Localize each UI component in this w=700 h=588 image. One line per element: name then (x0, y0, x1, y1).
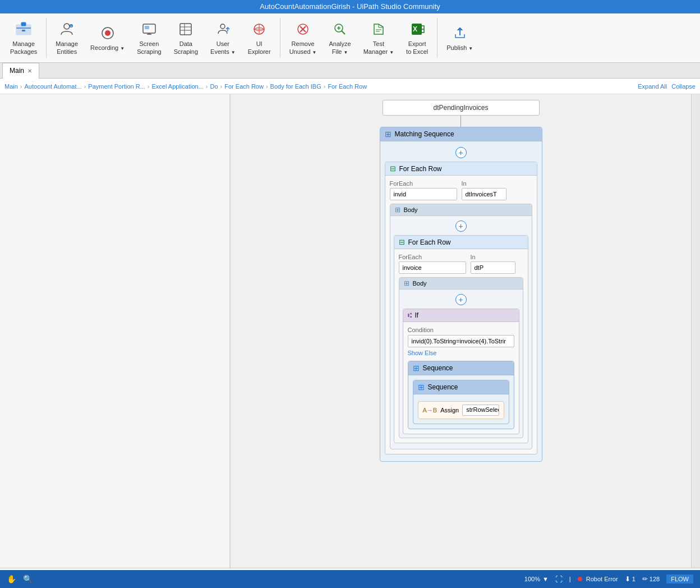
data-scraping-icon (177, 20, 195, 38)
publish-button[interactable]: Publish ▼ (441, 16, 478, 60)
body-2-content: + ⑆ If (399, 290, 523, 438)
test-manager-button[interactable]: TestManager ▼ (358, 16, 399, 60)
ui-explorer-icon (250, 20, 268, 38)
title-bar: AutoCountAutomationGirish - UiPath Studi… (0, 0, 700, 13)
bc-main[interactable]: Main (4, 83, 18, 90)
robot-error-label: Robot Error (586, 576, 618, 582)
upload-count: ⬇ 1 (625, 575, 635, 583)
body-1-content: + ⊟ For Each Row (390, 216, 532, 449)
in-field-group-2: In (471, 254, 515, 274)
bc-payment[interactable]: Payment Portion R... (88, 83, 145, 90)
bc-foreach1[interactable]: For Each Row (224, 83, 264, 90)
bc-do[interactable]: Do (210, 83, 218, 90)
foreach-field-group-1: ForEach (390, 180, 457, 200)
main-tab-close[interactable]: ✕ (27, 68, 32, 74)
condition-label: Condition (408, 327, 514, 333)
sequence-1-label: Sequence (423, 364, 453, 372)
foreach-icon-2: ⊟ (399, 238, 405, 246)
foreach-input-2[interactable] (399, 261, 466, 274)
right-scrollbar[interactable] (691, 94, 700, 568)
robot-error-indicator: Robot Error (578, 576, 618, 582)
if-icon: ⑆ (408, 311, 412, 319)
show-else-link[interactable]: Show Else (408, 350, 514, 356)
bc-excel[interactable]: Excel Application... (151, 83, 203, 90)
edit-count: ✏ 128 (642, 575, 660, 583)
foreach-row-2-header: ⊟ For Each Row (394, 236, 528, 249)
screen-scraping-icon (140, 20, 158, 38)
error-dot (578, 577, 582, 581)
sequence-1-block: ⊞ Sequence (408, 361, 514, 429)
user-events-button[interactable]: UserEvents ▼ (205, 16, 241, 60)
zoom-dropdown[interactable]: ▼ (542, 576, 549, 582)
screen-scraping-label: ScreenScraping (137, 40, 161, 55)
expand-all-link[interactable]: Expand All (638, 83, 667, 90)
foreach-label-2: ForEach (399, 254, 466, 260)
user-events-icon (214, 20, 232, 38)
publish-icon (451, 24, 469, 42)
sequence-1-header: ⊞ Sequence (408, 361, 514, 375)
export-excel-button[interactable]: X Exportto Excel (400, 16, 434, 60)
analyze-file-button[interactable]: AnalyzeFile ▼ (324, 16, 357, 60)
body-2-label: Body (413, 280, 427, 287)
search-icon[interactable]: 🔍 (23, 575, 33, 584)
svg-text:+: + (71, 24, 72, 27)
package-icon (15, 20, 33, 38)
in-input-1[interactable] (462, 188, 506, 200)
status-right: 100% ▼ ⛶ | Robot Error ⬇ 1 ✏ 128 FLOW (524, 575, 693, 584)
add-btn-1[interactable]: + (455, 147, 467, 158)
ribbon-sep-2 (280, 18, 280, 58)
manage-entities-label: ManageEntities (56, 40, 78, 55)
body-2-header: ⊞ Body (399, 278, 523, 290)
sequence-icon-2: ⊞ (413, 364, 420, 373)
ribbon: ManagePackages + ManageEntities Recordin… (0, 13, 700, 63)
bc-autocount[interactable]: Autocount Automat... (25, 83, 82, 90)
remove-unused-button[interactable]: RemoveUnused ▼ (284, 16, 323, 60)
breadcrumb: Main › Autocount Automat... › Payment Po… (0, 79, 700, 94)
manage-packages-button[interactable]: ManagePackages (4, 16, 43, 60)
hand-icon: ✋ (7, 575, 16, 584)
if-header: ⑆ If (403, 309, 519, 322)
svg-point-17 (220, 24, 225, 29)
foreach-input-1[interactable] (390, 188, 457, 200)
foreach-row-2-block: ⊟ For Each Row ForEach (394, 235, 528, 443)
svg-line-26 (342, 31, 345, 34)
manage-packages-label: ManagePackages (10, 40, 37, 55)
ribbon-sep-1 (46, 18, 47, 58)
fit-icon[interactable]: ⛶ (555, 575, 563, 584)
in-label-1: In (462, 180, 506, 187)
sequence-icon-3: ⊞ (418, 383, 425, 392)
svg-rect-12 (145, 26, 149, 29)
bc-foreach2[interactable]: For Each Row (328, 83, 367, 90)
dt-pending-invoices: dtPendingInvoices (383, 100, 540, 116)
body-2-block: ⊞ Body + (399, 277, 523, 438)
breadcrumb-actions: Expand All Collapse (638, 83, 696, 90)
workflow-canvas[interactable]: dtPendingInvoices ⊞ Matching Sequence + (231, 94, 691, 568)
bc-body[interactable]: Body for Each IBG (270, 83, 321, 90)
user-events-label: UserEvents ▼ (210, 40, 236, 55)
collapse-link[interactable]: Collapse (671, 83, 696, 90)
tab-bar: Main ✕ (0, 63, 700, 79)
assign-icon: A→B (423, 407, 438, 414)
if-label: If (415, 311, 419, 319)
ui-explorer-button[interactable]: UIExplorer (242, 16, 277, 60)
data-scraping-button[interactable]: DataScraping (168, 16, 204, 60)
screen-scraping-button[interactable]: ScreenScraping (131, 16, 167, 60)
manage-entities-button[interactable]: + ManageEntities (50, 16, 84, 60)
recording-button[interactable]: Recording ▼ (85, 16, 130, 60)
add-btn-2[interactable]: + (455, 220, 467, 232)
assign-block: A→B Assign strRowSelecto (418, 401, 504, 419)
main-tab[interactable]: Main ✕ (2, 63, 39, 79)
matching-sequence-header: ⊞ Matching Sequence (380, 127, 542, 141)
condition-input[interactable] (408, 335, 514, 347)
matching-sequence-body: + ⊟ For Each Row ForEach (380, 141, 542, 461)
foreach-row-1-label: For Each Row (399, 165, 442, 173)
add-btn-3[interactable]: + (455, 294, 467, 305)
foreach-row-1-block: ⊟ For Each Row ForEach (385, 162, 537, 454)
in-input-2[interactable] (471, 261, 515, 274)
export-excel-label: Exportto Excel (406, 40, 428, 55)
sequence-2-block: ⊞ Sequence (413, 380, 509, 424)
data-scraping-label: DataScraping (174, 40, 198, 55)
sequence-2-label: Sequence (428, 383, 458, 391)
flow-indicator: FLOW (666, 575, 693, 584)
zoom-control[interactable]: 100% ▼ (524, 576, 549, 582)
